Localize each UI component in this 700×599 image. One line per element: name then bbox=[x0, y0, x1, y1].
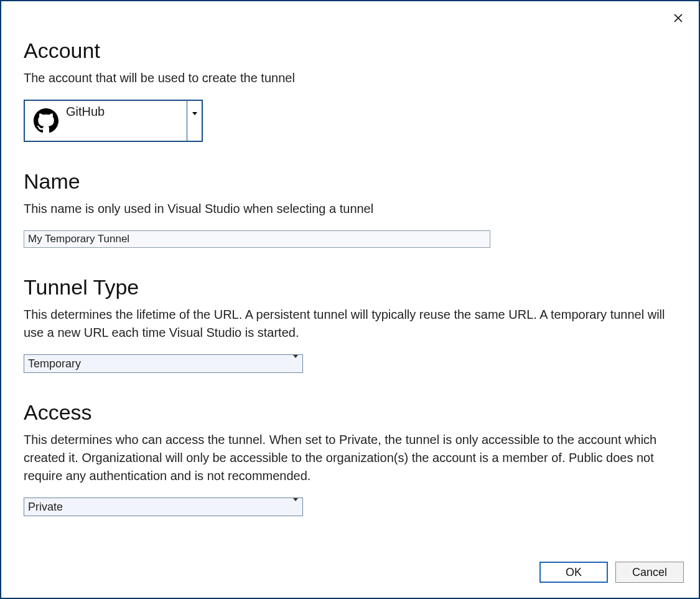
access-value: Private bbox=[24, 498, 289, 516]
name-description: This name is only used in Visual Studio … bbox=[24, 200, 676, 218]
tunnel-type-description: This determines the lifetime of the URL.… bbox=[24, 306, 676, 342]
github-icon bbox=[31, 106, 61, 136]
tunnel-type-heading: Tunnel Type bbox=[24, 275, 676, 300]
section-tunnel-type: Tunnel Type This determines the lifetime… bbox=[24, 275, 676, 373]
section-access: Access This determines who can access th… bbox=[24, 400, 676, 516]
tunnel-type-select[interactable]: Temporary bbox=[24, 354, 303, 373]
access-dropdown-button[interactable] bbox=[289, 498, 302, 516]
dialog-footer: OK Cancel bbox=[539, 562, 684, 583]
section-name: Name This name is only used in Visual St… bbox=[24, 169, 676, 248]
name-heading: Name bbox=[24, 169, 676, 194]
cancel-button[interactable]: Cancel bbox=[615, 562, 684, 583]
dialog-content: Account The account that will be used to… bbox=[1, 1, 699, 516]
chevron-down-icon bbox=[293, 501, 298, 512]
account-description: The account that will be used to create … bbox=[24, 69, 676, 87]
name-input[interactable] bbox=[24, 230, 490, 248]
access-select[interactable]: Private bbox=[24, 498, 303, 516]
account-heading: Account bbox=[24, 39, 676, 63]
account-picker-main[interactable]: GitHub bbox=[25, 101, 187, 141]
access-description: This determines who can access the tunne… bbox=[24, 431, 676, 485]
tunnel-type-value: Temporary bbox=[24, 355, 289, 372]
close-icon bbox=[674, 12, 683, 24]
section-account: Account The account that will be used to… bbox=[24, 39, 676, 142]
ok-button[interactable]: OK bbox=[539, 562, 608, 583]
dialog-window: Account The account that will be used to… bbox=[0, 0, 700, 599]
account-picker-dropdown[interactable] bbox=[187, 101, 202, 141]
chevron-down-icon bbox=[293, 358, 298, 369]
close-button[interactable] bbox=[670, 10, 686, 26]
account-provider-label: GitHub bbox=[66, 105, 105, 119]
access-heading: Access bbox=[24, 400, 676, 425]
chevron-down-icon bbox=[192, 115, 197, 126]
tunnel-type-dropdown-button[interactable] bbox=[289, 355, 302, 372]
account-picker[interactable]: GitHub bbox=[24, 100, 203, 142]
